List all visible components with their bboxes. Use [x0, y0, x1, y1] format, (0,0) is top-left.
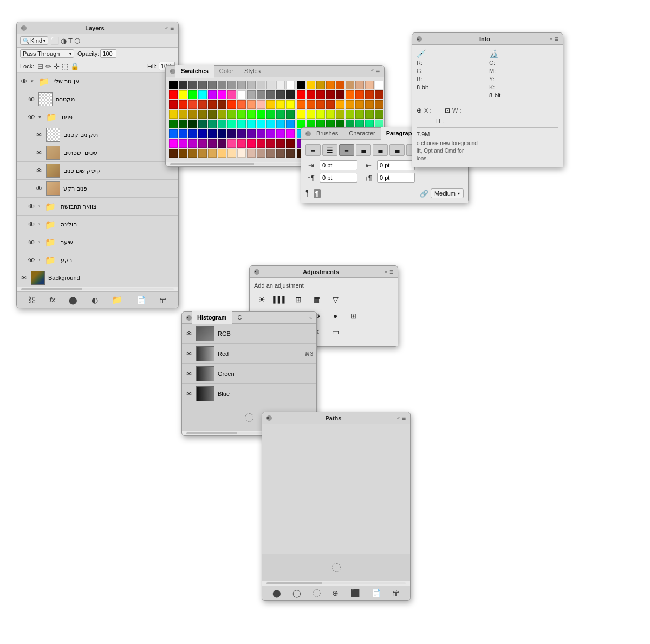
swatch[interactable]: [179, 139, 187, 148]
swatch[interactable]: [188, 120, 197, 128]
info-menu-icon[interactable]: ≡: [555, 35, 558, 43]
swatch[interactable]: [297, 81, 306, 89]
histogram-close-icon[interactable]: ×: [186, 315, 192, 321]
swatch[interactable]: [266, 100, 275, 109]
vibrance-adj-icon[interactable]: ▽: [328, 293, 343, 306]
swatch[interactable]: [247, 81, 256, 89]
swatch[interactable]: [208, 149, 217, 158]
swatch[interactable]: [227, 110, 236, 119]
swatch[interactable]: [297, 100, 306, 109]
swatch[interactable]: [218, 139, 226, 148]
pilcrow-filled-icon[interactable]: ¶: [314, 189, 321, 198]
channelmix-adj-icon[interactable]: ●: [328, 309, 343, 322]
swatch[interactable]: [355, 81, 364, 89]
swatch[interactable]: [237, 129, 246, 138]
link-layers-icon[interactable]: ⛓: [28, 296, 36, 304]
swatch[interactable]: [169, 139, 178, 148]
swatch[interactable]: [218, 100, 226, 109]
swatch[interactable]: [237, 120, 246, 128]
align-justify-center-button[interactable]: ≣: [373, 144, 388, 156]
swatch[interactable]: [227, 149, 236, 158]
swatch[interactable]: [169, 81, 178, 89]
channel-visibility-icon[interactable]: 👁: [185, 390, 193, 398]
swatch[interactable]: [169, 129, 178, 138]
swatch[interactable]: [326, 81, 335, 89]
layer-expand-icon[interactable]: ›: [38, 222, 40, 227]
swatch[interactable]: [375, 90, 384, 99]
swatch[interactable]: [218, 90, 226, 99]
paths-menu-icon[interactable]: ≡: [402, 414, 406, 422]
swatch[interactable]: [297, 90, 306, 99]
layer-row[interactable]: 👁 תיקונים קטנים: [17, 126, 178, 144]
swatch[interactable]: [346, 90, 354, 99]
swatch[interactable]: [198, 100, 207, 109]
swatch[interactable]: [355, 110, 364, 119]
swatch[interactable]: [179, 110, 187, 119]
paths-scrollbar[interactable]: [266, 582, 406, 584]
swatch[interactable]: [208, 110, 217, 119]
mask-from-path-icon[interactable]: ⬛: [350, 589, 360, 597]
layer-row[interactable]: 👁 › 📁 חולצה: [17, 216, 178, 233]
swatch[interactable]: [237, 81, 246, 89]
swatch[interactable]: [266, 139, 275, 148]
swatch[interactable]: [188, 90, 197, 99]
swatch[interactable]: [198, 81, 207, 89]
delete-path-icon[interactable]: 🗑: [392, 589, 400, 597]
swatch[interactable]: [188, 129, 197, 138]
align-center-button[interactable]: ☰: [322, 144, 337, 156]
swatch[interactable]: [286, 100, 295, 109]
swatch[interactable]: [208, 129, 217, 138]
swatch[interactable]: [208, 81, 217, 89]
channel-row-blue[interactable]: 👁 Blue: [182, 384, 316, 404]
colrlookup-adj-icon[interactable]: ⊞: [346, 309, 361, 322]
paragraph-close-icon[interactable]: ×: [306, 131, 311, 136]
swatch[interactable]: [336, 81, 344, 89]
swatch[interactable]: [336, 90, 344, 99]
swatch[interactable]: [276, 81, 285, 89]
swatch[interactable]: [266, 81, 275, 89]
swatch[interactable]: [198, 129, 207, 138]
layers-scrollbar[interactable]: [21, 288, 174, 290]
align-justify-button[interactable]: ≣: [356, 144, 371, 156]
layers-collapse-icon[interactable]: «: [165, 25, 168, 31]
swatch[interactable]: [198, 90, 207, 99]
swatch[interactable]: [266, 110, 275, 119]
swatch[interactable]: [307, 90, 315, 99]
swatch[interactable]: [276, 120, 285, 128]
swatch[interactable]: [365, 90, 374, 99]
swatch[interactable]: [227, 90, 236, 99]
swatch[interactable]: [276, 110, 285, 119]
space-after-input[interactable]: [377, 173, 415, 183]
info-close-icon[interactable]: ×: [417, 36, 422, 42]
layer-row[interactable]: 👁 › 📁 רקע: [17, 251, 178, 269]
swatch[interactable]: [286, 129, 295, 138]
new-path-icon[interactable]: [332, 563, 341, 572]
swatch[interactable]: [257, 120, 265, 128]
swatch[interactable]: [316, 100, 325, 109]
swatch[interactable]: [286, 110, 295, 119]
layer-visibility-icon[interactable]: 👁: [35, 167, 43, 175]
swatch[interactable]: [307, 110, 315, 119]
swatch[interactable]: [276, 129, 285, 138]
swatch[interactable]: [218, 129, 226, 138]
layer-visibility-icon[interactable]: 👁: [35, 185, 43, 193]
swatch[interactable]: [179, 100, 187, 109]
swatch[interactable]: [227, 120, 236, 128]
swatch[interactable]: [286, 90, 295, 99]
layers-close-icon[interactable]: ×: [21, 25, 27, 31]
swatch[interactable]: [276, 100, 285, 109]
stroke-path-icon[interactable]: ◯: [292, 589, 301, 597]
swatches-close-icon[interactable]: ×: [170, 69, 176, 74]
layer-row[interactable]: 👁 עיניים ושפתיים: [17, 144, 178, 162]
levels-adj-icon[interactable]: ▌▌▌: [272, 293, 288, 306]
layer-expand-icon[interactable]: ›: [38, 257, 40, 263]
swatch[interactable]: [247, 90, 256, 99]
swatch[interactable]: [247, 110, 256, 119]
channel-row-rgb[interactable]: 👁 RGB: [182, 324, 316, 344]
align-right-button[interactable]: ≡: [339, 144, 354, 156]
swatch[interactable]: [247, 129, 256, 138]
layer-row[interactable]: 👁 ▾ 📁 פנים: [17, 108, 178, 126]
path-from-selection-icon[interactable]: ⊕: [332, 589, 339, 597]
selection-from-path-icon[interactable]: [313, 589, 321, 597]
swatch[interactable]: [266, 149, 275, 158]
